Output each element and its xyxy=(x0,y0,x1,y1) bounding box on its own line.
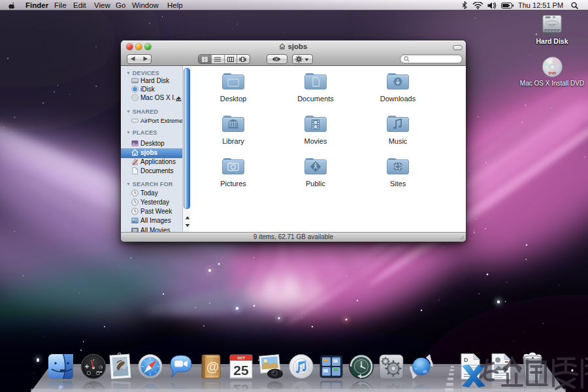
svg-text:♪: ♪ xyxy=(92,357,95,362)
svg-text:◷: ◷ xyxy=(99,365,103,369)
svg-text:OCT: OCT xyxy=(237,356,245,360)
svg-text:@: @ xyxy=(206,359,220,374)
svg-text:25: 25 xyxy=(233,363,249,378)
